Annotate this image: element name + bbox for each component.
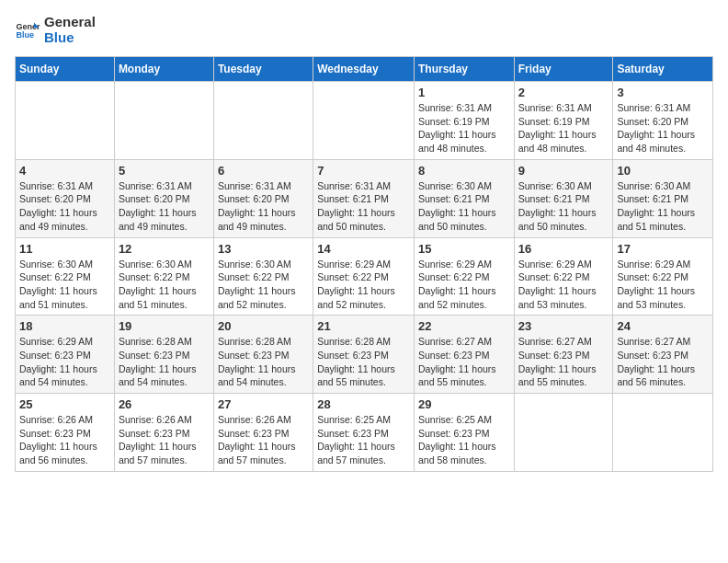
calendar-cell: 2Sunrise: 6:31 AM Sunset: 6:19 PM Daylig… (514, 82, 613, 160)
calendar-cell (16, 82, 115, 160)
day-number: 20 (218, 319, 309, 333)
calendar-cell: 19Sunrise: 6:28 AM Sunset: 6:23 PM Dayli… (114, 316, 213, 394)
weekday-header: Thursday (414, 57, 514, 82)
calendar-cell: 8Sunrise: 6:30 AM Sunset: 6:21 PM Daylig… (414, 159, 514, 237)
day-number: 18 (19, 319, 110, 333)
calendar-cell: 4Sunrise: 6:31 AM Sunset: 6:20 PM Daylig… (16, 159, 115, 237)
calendar-cell: 28Sunrise: 6:25 AM Sunset: 6:23 PM Dayli… (313, 394, 415, 472)
calendar-week-row: 18Sunrise: 6:29 AM Sunset: 6:23 PM Dayli… (16, 316, 713, 394)
day-info: Sunrise: 6:27 AM Sunset: 6:23 PM Dayligh… (518, 335, 609, 389)
calendar-cell: 23Sunrise: 6:27 AM Sunset: 6:23 PM Dayli… (514, 316, 613, 394)
calendar-cell: 13Sunrise: 6:30 AM Sunset: 6:22 PM Dayli… (213, 237, 313, 316)
day-number: 27 (218, 397, 309, 411)
day-info: Sunrise: 6:29 AM Sunset: 6:22 PM Dayligh… (518, 258, 609, 312)
day-number: 14 (317, 242, 410, 256)
calendar-body: 1Sunrise: 6:31 AM Sunset: 6:19 PM Daylig… (16, 82, 713, 472)
calendar-cell: 29Sunrise: 6:25 AM Sunset: 6:23 PM Dayli… (414, 394, 514, 472)
day-number: 19 (119, 319, 210, 333)
day-number: 12 (119, 242, 210, 256)
day-info: Sunrise: 6:30 AM Sunset: 6:22 PM Dayligh… (119, 258, 210, 312)
calendar-cell (613, 394, 713, 472)
calendar-cell: 7Sunrise: 6:31 AM Sunset: 6:21 PM Daylig… (313, 159, 415, 237)
calendar-cell: 18Sunrise: 6:29 AM Sunset: 6:23 PM Dayli… (16, 316, 115, 394)
svg-text:Blue: Blue (16, 30, 34, 40)
logo-blue: Blue (44, 30, 96, 46)
weekday-header: Tuesday (213, 57, 313, 82)
day-number: 11 (19, 242, 110, 256)
header: General Blue General Blue (15, 15, 713, 45)
day-info: Sunrise: 6:31 AM Sunset: 6:19 PM Dayligh… (518, 101, 609, 155)
calendar-cell: 15Sunrise: 6:29 AM Sunset: 6:22 PM Dayli… (414, 237, 514, 316)
calendar-cell: 26Sunrise: 6:26 AM Sunset: 6:23 PM Dayli… (114, 394, 213, 472)
day-info: Sunrise: 6:27 AM Sunset: 6:23 PM Dayligh… (617, 335, 709, 389)
day-info: Sunrise: 6:26 AM Sunset: 6:23 PM Dayligh… (19, 413, 110, 467)
day-info: Sunrise: 6:31 AM Sunset: 6:21 PM Dayligh… (317, 179, 410, 234)
calendar-cell: 1Sunrise: 6:31 AM Sunset: 6:19 PM Daylig… (414, 82, 514, 160)
calendar-cell: 22Sunrise: 6:27 AM Sunset: 6:23 PM Dayli… (414, 316, 514, 394)
day-info: Sunrise: 6:29 AM Sunset: 6:23 PM Dayligh… (19, 335, 110, 389)
calendar-cell: 24Sunrise: 6:27 AM Sunset: 6:23 PM Dayli… (613, 316, 713, 394)
day-number: 29 (418, 397, 510, 411)
weekday-header: Sunday (16, 57, 115, 82)
day-info: Sunrise: 6:31 AM Sunset: 6:20 PM Dayligh… (19, 179, 110, 234)
day-info: Sunrise: 6:29 AM Sunset: 6:22 PM Dayligh… (418, 258, 510, 312)
calendar-cell: 6Sunrise: 6:31 AM Sunset: 6:20 PM Daylig… (213, 159, 313, 237)
weekday-header: Wednesday (313, 57, 415, 82)
day-number: 24 (617, 319, 709, 333)
calendar-table: SundayMondayTuesdayWednesdayThursdayFrid… (15, 56, 713, 472)
day-info: Sunrise: 6:29 AM Sunset: 6:22 PM Dayligh… (317, 258, 410, 312)
calendar-cell: 3Sunrise: 6:31 AM Sunset: 6:20 PM Daylig… (613, 82, 713, 160)
calendar-cell: 14Sunrise: 6:29 AM Sunset: 6:22 PM Dayli… (313, 237, 415, 316)
calendar-cell (313, 82, 415, 160)
calendar-cell: 10Sunrise: 6:30 AM Sunset: 6:21 PM Dayli… (613, 159, 713, 237)
calendar-week-row: 25Sunrise: 6:26 AM Sunset: 6:23 PM Dayli… (16, 394, 713, 472)
day-info: Sunrise: 6:27 AM Sunset: 6:23 PM Dayligh… (418, 335, 510, 389)
day-info: Sunrise: 6:26 AM Sunset: 6:23 PM Dayligh… (218, 413, 309, 467)
calendar-cell: 21Sunrise: 6:28 AM Sunset: 6:23 PM Dayli… (313, 316, 415, 394)
calendar-cell (514, 394, 613, 472)
calendar-cell: 5Sunrise: 6:31 AM Sunset: 6:20 PM Daylig… (114, 159, 213, 237)
day-info: Sunrise: 6:31 AM Sunset: 6:20 PM Dayligh… (617, 101, 709, 155)
day-number: 15 (418, 242, 510, 256)
day-info: Sunrise: 6:26 AM Sunset: 6:23 PM Dayligh… (119, 413, 210, 467)
day-number: 16 (518, 242, 609, 256)
day-number: 2 (518, 86, 609, 99)
day-number: 4 (19, 164, 110, 178)
calendar-cell: 17Sunrise: 6:29 AM Sunset: 6:22 PM Dayli… (613, 237, 713, 316)
day-info: Sunrise: 6:30 AM Sunset: 6:22 PM Dayligh… (19, 258, 110, 312)
day-info: Sunrise: 6:30 AM Sunset: 6:21 PM Dayligh… (617, 179, 709, 234)
calendar-cell: 9Sunrise: 6:30 AM Sunset: 6:21 PM Daylig… (514, 159, 613, 237)
day-info: Sunrise: 6:28 AM Sunset: 6:23 PM Dayligh… (218, 335, 309, 389)
logo: General Blue General Blue (15, 15, 96, 45)
day-number: 26 (119, 397, 210, 411)
calendar-cell (213, 82, 313, 160)
calendar-cell (114, 82, 213, 160)
day-info: Sunrise: 6:30 AM Sunset: 6:21 PM Dayligh… (418, 179, 510, 234)
day-number: 23 (518, 319, 609, 333)
day-info: Sunrise: 6:31 AM Sunset: 6:19 PM Dayligh… (418, 101, 510, 155)
weekday-header: Monday (114, 57, 213, 82)
calendar-cell: 20Sunrise: 6:28 AM Sunset: 6:23 PM Dayli… (213, 316, 313, 394)
day-info: Sunrise: 6:31 AM Sunset: 6:20 PM Dayligh… (218, 179, 309, 234)
calendar-cell: 25Sunrise: 6:26 AM Sunset: 6:23 PM Dayli… (16, 394, 115, 472)
calendar-cell: 16Sunrise: 6:29 AM Sunset: 6:22 PM Dayli… (514, 237, 613, 316)
day-info: Sunrise: 6:25 AM Sunset: 6:23 PM Dayligh… (317, 413, 410, 467)
logo-general: General (44, 15, 96, 30)
day-info: Sunrise: 6:31 AM Sunset: 6:20 PM Dayligh… (119, 179, 210, 234)
day-number: 28 (317, 397, 410, 411)
calendar-header-row: SundayMondayTuesdayWednesdayThursdayFrid… (16, 57, 713, 82)
day-info: Sunrise: 6:25 AM Sunset: 6:23 PM Dayligh… (418, 413, 510, 467)
day-number: 13 (218, 242, 309, 256)
day-info: Sunrise: 6:28 AM Sunset: 6:23 PM Dayligh… (317, 335, 410, 389)
day-number: 25 (19, 397, 110, 411)
day-number: 21 (317, 319, 410, 333)
day-number: 5 (119, 164, 210, 178)
logo-icon: General Blue (15, 17, 40, 43)
day-number: 9 (518, 164, 609, 178)
day-number: 7 (317, 164, 410, 178)
calendar-week-row: 4Sunrise: 6:31 AM Sunset: 6:20 PM Daylig… (16, 159, 713, 237)
day-number: 8 (418, 164, 510, 178)
calendar-cell: 11Sunrise: 6:30 AM Sunset: 6:22 PM Dayli… (16, 237, 115, 316)
calendar-cell: 27Sunrise: 6:26 AM Sunset: 6:23 PM Dayli… (213, 394, 313, 472)
weekday-header: Friday (514, 57, 613, 82)
